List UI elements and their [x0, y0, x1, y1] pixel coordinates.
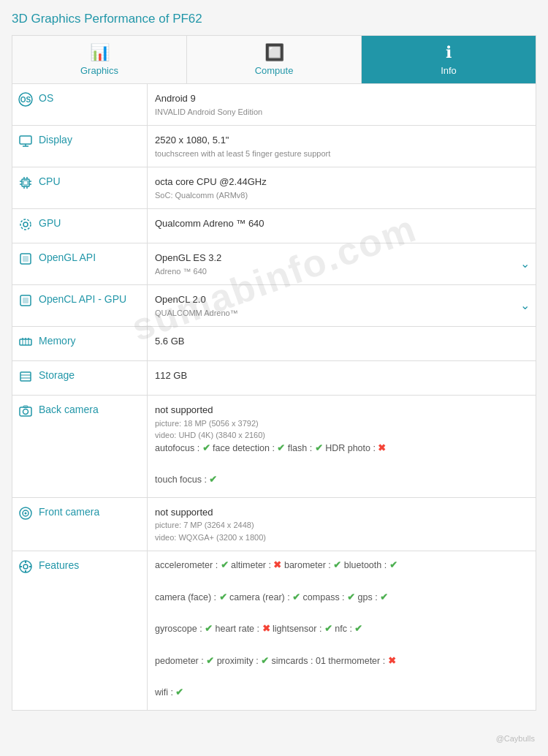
value-storage: 112 GB	[148, 361, 536, 395]
cross-icon: ✖	[378, 443, 386, 453]
label-memory: Memory	[12, 327, 148, 360]
features-label-text: Features	[39, 559, 79, 573]
info-table: OSOSAndroid 9INVALID Android Sony Editio…	[12, 84, 536, 711]
display-icon	[18, 134, 33, 152]
features-feature-line	[155, 639, 528, 653]
backcamera-feature-line	[155, 458, 528, 472]
cpu-main-val: octa core CPU @2.44GHz	[155, 176, 267, 187]
os-label-text: OS	[39, 91, 53, 106]
frontcamera-label-text: Front camera	[39, 505, 99, 520]
svg-rect-6	[23, 181, 28, 185]
row-storage: Storage112 GB	[12, 361, 536, 396]
frontcamera-sub-val: video: WQXGA+ (3200 x 1800)	[155, 532, 528, 544]
check-icon: ✔	[315, 443, 323, 453]
cpu-label-text: CPU	[39, 175, 61, 189]
label-display: Display	[12, 126, 148, 167]
tab-info[interactable]: ℹInfo	[362, 36, 536, 83]
row-backcamera: Back cameranot supportedpicture: 18 MP (…	[12, 396, 536, 498]
tabs-bar: 📊Graphics🔲ComputeℹInfo	[12, 35, 536, 84]
value-cpu: octa core CPU @2.44GHzSoC: Qualcomm (ARM…	[148, 167, 536, 208]
graphics-icon: 📊	[90, 43, 110, 62]
value-opengl: OpenGL ES 3.2Adreno ™ 640⌄	[148, 243, 536, 284]
svg-rect-20	[23, 298, 28, 303]
info-icon: ℹ	[446, 43, 452, 62]
svg-point-36	[25, 512, 27, 514]
frontcamera-sub-val: picture: 7 MP (3264 x 2448)	[155, 519, 528, 532]
tab-compute[interactable]: 🔲Compute	[187, 36, 362, 83]
cross-icon: ✖	[388, 656, 396, 666]
check-icon: ✔	[389, 560, 397, 570]
label-frontcamera: Front camera	[12, 498, 148, 551]
backcamera-sub-val: video: UHD (4K) (3840 x 2160)	[155, 429, 528, 442]
opengl-label-text: OpenGL API	[39, 251, 96, 265]
opencl-main-val: OpenCL 2.0	[155, 294, 206, 305]
svg-point-16	[23, 222, 28, 227]
check-icon: ✔	[209, 475, 217, 485]
row-gpu: GPUQualcomm Adreno ™ 640	[12, 209, 536, 243]
opencl-label-text: OpenCL API - GPU	[39, 292, 126, 307]
row-opengl: OpenGL APIOpenGL ES 3.2Adreno ™ 640⌄	[12, 243, 536, 285]
backcamera-feature-line: autofocus : ✔ face detection : ✔ flash :…	[155, 442, 528, 456]
label-os: OSOS	[12, 84, 148, 125]
backcamera-feature-line: touch focus : ✔	[155, 473, 528, 487]
check-icon: ✔	[219, 592, 227, 602]
label-features: Features	[12, 551, 148, 710]
svg-point-15	[20, 219, 31, 230]
check-icon: ✔	[221, 560, 229, 570]
check-icon: ✔	[347, 592, 355, 602]
row-os: OSOSAndroid 9INVALID Android Sony Editio…	[12, 84, 536, 126]
opengl-chevron-icon[interactable]: ⌄	[520, 255, 530, 273]
features-icon	[18, 559, 33, 578]
storage-main-val: 112 GB	[155, 370, 187, 381]
svg-text:OS: OS	[20, 96, 31, 104]
features-feature-line: camera (face) : ✔ camera (rear) : ✔ comp…	[155, 591, 528, 605]
os-icon: OS	[18, 92, 33, 110]
check-icon: ✔	[205, 624, 213, 634]
cross-icon: ✖	[273, 560, 281, 570]
backcamera-sub-val: picture: 18 MP (5056 x 3792)	[155, 417, 528, 430]
frontcamera-icon	[18, 506, 33, 524]
value-os: Android 9INVALID Android Sony Edition	[148, 84, 536, 125]
gpu-icon	[18, 217, 33, 235]
svg-rect-2	[20, 136, 31, 144]
check-icon: ✔	[333, 560, 341, 570]
value-features: accelerometer : ✔ altimeter : ✖ baromete…	[148, 551, 536, 710]
opengl-sub-val: Adreno ™ 640	[155, 265, 528, 278]
label-opencl: OpenCL API - GPU	[12, 285, 148, 326]
storage-label-text: Storage	[39, 368, 75, 383]
features-feature-line: pedometer : ✔ proximity : ✔ simcards : 0…	[155, 654, 528, 668]
check-icon: ✔	[261, 656, 269, 666]
cpu-icon	[18, 175, 33, 194]
memory-main-val: 5.6 GB	[155, 336, 184, 347]
display-main-val: 2520 x 1080, 5.1"	[155, 135, 229, 145]
check-icon: ✔	[324, 624, 332, 634]
tab-label: Compute	[255, 65, 294, 76]
check-icon: ✔	[277, 443, 285, 453]
value-gpu: Qualcomm Adreno ™ 640	[148, 209, 536, 243]
features-feature-line: wifi : ✔	[155, 686, 528, 700]
backcamera-label-text: Back camera	[39, 403, 99, 417]
value-display: 2520 x 1080, 5.1"touchscreen with at lea…	[148, 126, 536, 167]
svg-rect-28	[20, 372, 31, 381]
check-icon: ✔	[380, 592, 388, 602]
row-opencl: OpenCL API - GPUOpenCL 2.0QUALCOMM Adren…	[12, 285, 536, 327]
cpu-sub-val: SoC: Qualcomm (ARMv8)	[155, 189, 528, 202]
credit: @Caybulls	[496, 734, 535, 743]
features-feature-line	[155, 608, 528, 621]
opencl-sub-val: QUALCOMM Adreno™	[155, 307, 528, 320]
value-opencl: OpenCL 2.0QUALCOMM Adreno™⌄	[148, 285, 536, 326]
tab-graphics[interactable]: 📊Graphics	[12, 36, 187, 83]
row-frontcamera: Front cameranot supportedpicture: 7 MP (…	[12, 498, 536, 552]
opengl-icon	[18, 252, 33, 270]
backcamera-icon	[18, 404, 33, 422]
svg-rect-18	[23, 256, 28, 262]
row-features: Featuresaccelerometer : ✔ altimeter : ✖ …	[12, 551, 536, 710]
tab-label: Info	[441, 65, 457, 76]
check-icon: ✔	[292, 592, 300, 602]
os-sub-val: INVALID Android Sony Edition	[155, 106, 528, 118]
features-feature-line	[155, 671, 528, 685]
label-opengl: OpenGL API	[12, 243, 148, 284]
display-sub-val: touchscreen with at least 5 finger gestu…	[155, 148, 528, 160]
opencl-chevron-icon[interactable]: ⌄	[520, 297, 530, 314]
value-frontcamera: not supportedpicture: 7 MP (3264 x 2448)…	[148, 498, 536, 551]
